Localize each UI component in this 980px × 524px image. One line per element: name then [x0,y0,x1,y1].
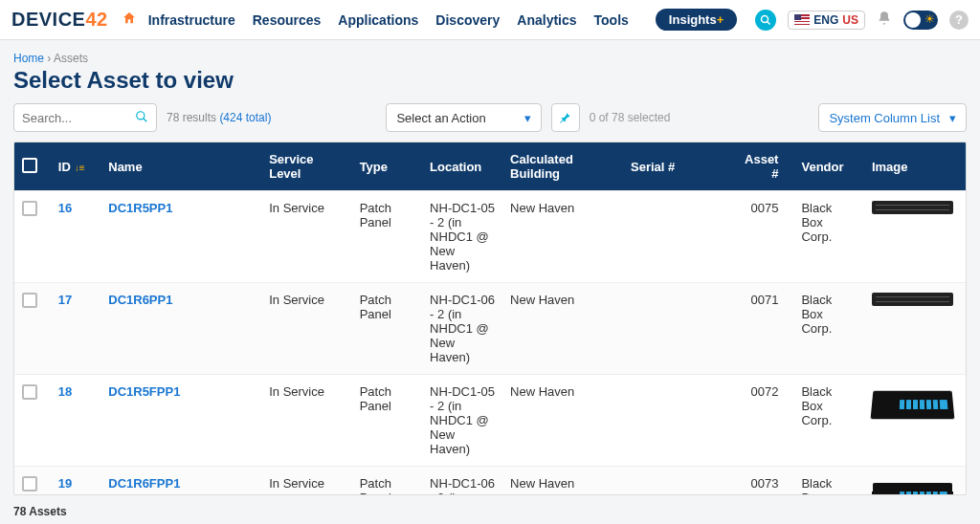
svg-line-1 [768,21,770,24]
insights-button[interactable]: Insights+ [656,9,737,31]
cell-name[interactable]: DC1R6PP1 [100,283,261,375]
chevron-down-icon: ▾ [949,111,956,125]
cell-serial [623,191,733,283]
col-name[interactable]: Name [100,142,261,191]
cell-building: New Haven [502,283,623,375]
device-image [872,293,953,306]
col-service[interactable]: Service Level [261,142,351,191]
col-image[interactable]: Image [864,142,966,191]
sort-icon: ↓≡ [75,163,85,173]
cell-image [864,375,966,467]
search-box[interactable] [13,103,157,132]
brand-text-1: DEVICE [11,9,85,30]
select-all-checkbox[interactable] [22,158,37,173]
global-search-icon[interactable] [755,10,776,31]
col-serial[interactable]: Serial # [623,142,733,191]
search-icon[interactable] [135,110,148,126]
notifications-icon[interactable] [877,11,892,30]
insights-label: Insights [669,12,717,27]
svg-point-0 [762,15,768,22]
nav-infrastructure[interactable]: Infrastructure [148,12,235,28]
cell-location: NH-DC1-05 - 2 (in NHDC1 @ New Haven) [422,375,502,467]
lang-region: US [842,13,858,27]
topbar-right: ENG US ☀ ? [755,10,969,31]
cell-location: NH-DC1-06 - 2 (in [422,467,502,496]
top-navbar: DEVICE42 Infrastructure Resources Applic… [0,0,980,40]
table-header: ID↓≡ Name Service Level Type Location Ca… [14,142,966,191]
col-select-all [14,142,51,191]
cell-location: NH-DC1-06 - 2 (in NHDC1 @ New Haven) [422,283,502,375]
cell-name[interactable]: DC1R6FPP1 [100,467,261,496]
cell-location: NH-DC1-05 - 2 (in NHDC1 @ New Haven) [422,191,502,283]
col-vendor[interactable]: Vendor [793,142,863,191]
results-count: 78 results [167,111,216,124]
nav-tools[interactable]: Tools [594,12,629,28]
cell-serial [623,467,733,496]
help-icon[interactable]: ? [949,11,969,30]
nav-analytics[interactable]: Analytics [517,12,576,28]
results-total[interactable]: (424 total) [219,111,271,124]
flag-icon [794,14,810,25]
results-info: 78 results (424 total) [167,111,271,124]
cell-id[interactable]: 18 [51,375,100,467]
row-checkbox[interactable] [22,384,37,400]
home-icon[interactable] [122,11,137,30]
cell-id[interactable]: 17 [51,283,100,375]
col-type[interactable]: Type [352,142,422,191]
device-image [870,483,954,495]
breadcrumb-current: Assets [54,52,88,65]
cell-service: In Service [261,375,351,467]
cell-asset: 0075 [733,191,793,283]
table-body: 16DC1R5PP1In ServicePatch PanelNH-DC1-05… [14,191,966,496]
col-id[interactable]: ID↓≡ [51,142,100,191]
col-building[interactable]: Calculated Building [502,142,623,191]
cell-asset: 0071 [733,283,793,375]
col-location[interactable]: Location [422,142,502,191]
nav-menu: Infrastructure Resources Applications Di… [148,9,738,31]
cell-type: Patch Panel [352,375,422,467]
row-checkbox[interactable] [22,201,37,216]
cell-asset: 0073 [733,467,793,496]
device-image [870,391,954,420]
row-checkbox[interactable] [22,293,37,308]
col-asset[interactable]: Asset # [733,142,793,191]
cell-name[interactable]: DC1R5FPP1 [100,375,261,467]
cell-vendor: Black Box Corp. [793,191,863,283]
cell-id[interactable]: 16 [51,191,100,283]
cell-serial [623,375,733,467]
cell-type: Patch Panel [352,283,422,375]
row-checkbox[interactable] [22,476,37,491]
cell-vendor: Black Box Corp. [793,375,863,467]
action-select[interactable]: Select an Action ▾ [386,103,541,132]
table-row: 19DC1R6FPP1In ServicePatch PanelNH-DC1-0… [14,467,966,496]
device-image [872,201,953,214]
cell-service: In Service [261,467,351,496]
column-list-select[interactable]: System Column List ▾ [818,103,967,132]
nav-discovery[interactable]: Discovery [435,12,500,28]
svg-line-3 [144,118,147,121]
cell-building: New Haven [502,375,623,467]
cell-name[interactable]: DC1R5PP1 [100,191,261,283]
table-row: 16DC1R5PP1In ServicePatch PanelNH-DC1-05… [14,191,966,283]
cell-image [864,467,966,496]
language-selector[interactable]: ENG US [788,11,865,30]
plus-icon: + [717,12,724,27]
pin-icon[interactable] [551,103,580,132]
theme-toggle[interactable]: ☀ [903,11,938,30]
cell-image [864,283,966,375]
table-row: 18DC1R5FPP1In ServicePatch PanelNH-DC1-0… [14,375,966,467]
asset-table: ID↓≡ Name Service Level Type Location Ca… [14,142,966,495]
breadcrumb: Home › Assets [13,52,967,65]
breadcrumb-home[interactable]: Home [13,52,44,65]
asset-table-wrap[interactable]: ID↓≡ Name Service Level Type Location Ca… [13,142,967,495]
action-select-label: Select an Action [396,111,485,125]
cell-image [864,191,966,283]
brand-text-2: 42 [85,9,107,30]
nav-resources[interactable]: Resources [253,12,322,28]
footer-count: 78 Assets [13,505,67,518]
search-input[interactable] [22,111,135,125]
nav-applications[interactable]: Applications [338,12,418,28]
cell-id[interactable]: 19 [51,467,100,496]
selection-info: 0 of 78 selected [590,111,671,124]
cell-type: Patch Panel [352,467,422,496]
